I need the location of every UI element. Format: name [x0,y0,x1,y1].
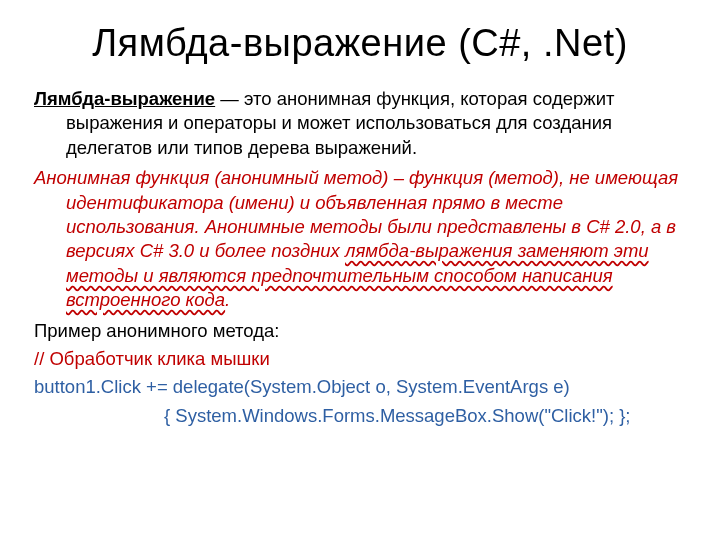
slide-title: Лямбда-выражение (C#, .Net) [34,22,686,65]
lambda-term: Лямбда-выражение [34,88,215,109]
example-label: Пример анонимного метода: [34,319,686,343]
code-line-1: button1.Click += delegate(System.Object … [34,375,686,399]
definition-paragraph: Лямбда-выражение — это анонимная функция… [34,87,686,160]
code-comment: // Обработчик клика мышки [34,347,686,371]
slide: Лямбда-выражение (C#, .Net) Лямбда-выраж… [0,0,720,540]
anon-post: . [225,289,230,310]
slide-body: Лямбда-выражение — это анонимная функция… [34,87,686,428]
code-line-2: { System.Windows.Forms.MessageBox.Show("… [34,404,686,428]
anonymous-note: Анонимная функция (анонимный метод) – фу… [34,166,686,312]
